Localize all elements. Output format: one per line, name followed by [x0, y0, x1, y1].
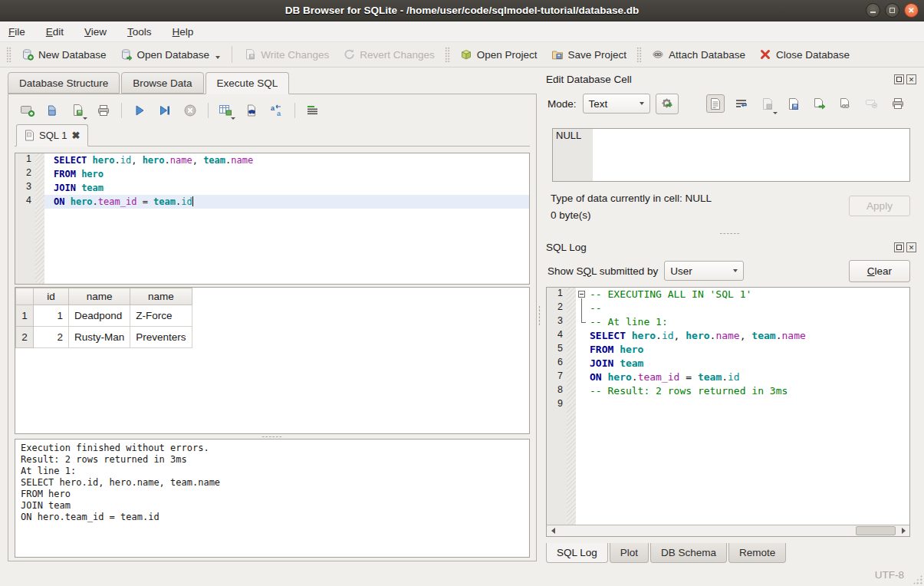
revert-changes-button[interactable]: Revert Changes	[336, 46, 442, 63]
sql-log-filter-row: Show SQL submitted by User Clear	[547, 258, 910, 283]
print-cell-button[interactable]	[889, 94, 907, 113]
menu-tools[interactable]: Tools	[127, 26, 152, 38]
toolbar-separator	[232, 46, 232, 63]
table-row[interactable]: 22Rusty-ManPreventers	[16, 327, 192, 348]
table-row[interactable]: 11DeadpondZ-Force	[16, 305, 192, 327]
toolbar-drag-handle[interactable]	[445, 47, 450, 62]
close-database-button[interactable]: Close Database	[752, 46, 857, 63]
format-sql-button[interactable]: aa	[268, 103, 285, 118]
menu-help[interactable]: Help	[173, 26, 194, 38]
tab-database-structure[interactable]: Database Structure	[8, 72, 120, 94]
log-horizontal-scrollbar[interactable]	[547, 525, 909, 536]
tab-sql-log[interactable]: SQL Log	[546, 543, 608, 563]
table-cell[interactable]: Deadpond	[69, 305, 130, 327]
results-message-splitter[interactable]	[15, 434, 530, 439]
fold-cell	[576, 370, 588, 384]
column-header[interactable]: name	[130, 288, 192, 305]
row-header[interactable]: 1	[16, 305, 34, 327]
text-view-button[interactable]	[706, 94, 725, 113]
column-header[interactable]: name	[69, 288, 130, 305]
menu-edit[interactable]: Edit	[46, 26, 64, 38]
fold-marker[interactable]	[576, 288, 588, 301]
print-button[interactable]	[95, 103, 112, 118]
open-sql-file-button[interactable]	[44, 103, 61, 118]
save-sql-file-button[interactable]	[70, 103, 87, 118]
cell-value-editor[interactable]: NULL	[552, 128, 910, 182]
maximize-button[interactable]	[885, 3, 899, 18]
tab-remote[interactable]: Remote	[728, 543, 786, 563]
table-cell[interactable]: Rusty-Man	[69, 327, 130, 348]
import-data-button[interactable]	[758, 94, 777, 113]
resize-grip[interactable]	[912, 574, 922, 584]
close-panel-button[interactable]: ✕	[906, 74, 916, 84]
export-results-button[interactable]	[218, 103, 235, 118]
sql-editor-toolbar: aa	[15, 97, 530, 123]
table-cell[interactable]: 1	[34, 305, 69, 327]
open-database-button[interactable]: Open Database	[113, 46, 228, 63]
auto-apply-button[interactable]	[656, 94, 679, 114]
chevron-down-icon	[640, 102, 644, 105]
export-menu-caret	[231, 117, 235, 120]
open-project-button[interactable]: Open Project	[453, 46, 544, 63]
svg-text:a: a	[277, 110, 281, 117]
float-panel-button[interactable]	[894, 74, 904, 84]
mode-select[interactable]: Text	[583, 94, 650, 114]
tab-browse-data[interactable]: Browse Data	[121, 72, 203, 94]
dock-splitter[interactable]	[541, 231, 918, 235]
tab-plot[interactable]: Plot	[610, 543, 649, 563]
close-database-icon	[759, 48, 771, 61]
sql-log-dock-header: SQL Log ✕	[546, 239, 916, 255]
table-cell[interactable]: Z-Force	[130, 305, 192, 327]
fold-cell	[576, 398, 588, 412]
menu-file[interactable]: File	[8, 26, 25, 38]
code-line: 9	[547, 398, 909, 412]
new-database-button[interactable]: New Database	[15, 46, 113, 63]
results-table[interactable]: idnamename11DeadpondZ-Force22Rusty-ManPr…	[15, 288, 192, 348]
clear-log-button[interactable]: Clear	[849, 260, 910, 282]
toggle-results-button[interactable]	[304, 103, 321, 118]
scroll-left-icon[interactable]	[547, 525, 559, 536]
close-panel-button[interactable]: ✕	[906, 242, 916, 252]
main-area: Database Structure Browse Data Execute S…	[0, 67, 924, 564]
submitted-by-select[interactable]: User	[664, 261, 744, 281]
code-line: 4ON hero.team_id = team.id	[15, 195, 529, 209]
row-header[interactable]: 2	[16, 327, 34, 348]
save-project-icon	[551, 48, 564, 61]
toolbar-drag-handle[interactable]	[636, 47, 642, 62]
sql-log-view[interactable]: 1-- EXECUTING ALL IN 'SQL 1'2--3-- At li…	[546, 287, 910, 537]
new-sql-tab-button[interactable]	[19, 103, 36, 118]
tab-execute-sql[interactable]: Execute SQL	[206, 72, 290, 94]
table-cell[interactable]: 2	[34, 327, 69, 348]
panel-splitter[interactable]	[537, 67, 541, 564]
scrollbar-thumb[interactable]	[856, 526, 896, 535]
tab-db-schema[interactable]: DB Schema	[650, 543, 727, 563]
float-panel-button[interactable]	[894, 242, 904, 252]
toolbar-drag-handle[interactable]	[6, 47, 12, 62]
attach-database-button[interactable]: Attach Database	[645, 46, 752, 63]
sql-1-tab[interactable]: SQL 1 ✖	[16, 124, 88, 146]
window-controls: ✕	[866, 3, 919, 18]
column-header[interactable]: id	[34, 288, 69, 305]
link-data-button[interactable]	[837, 94, 855, 113]
execute-all-button[interactable]	[131, 103, 148, 118]
sql-editor[interactable]: 1SELECT hero.id, hero.name, team.name2FR…	[15, 153, 530, 285]
stop-execution-button[interactable]	[182, 103, 199, 118]
scroll-right-icon[interactable]	[897, 525, 909, 536]
execute-current-line-button[interactable]	[156, 103, 173, 118]
fold-cell	[576, 329, 588, 343]
close-button[interactable]: ✕	[904, 3, 919, 18]
find-replace-button[interactable]	[243, 103, 260, 118]
save-project-button[interactable]: Save Project	[544, 46, 634, 63]
write-changes-button[interactable]: Write Changes	[237, 46, 336, 63]
table-cell[interactable]: Preventers	[130, 327, 192, 348]
save-sql-file-icon	[71, 104, 85, 117]
minimize-button[interactable]	[866, 3, 880, 18]
save-data-button[interactable]	[784, 94, 803, 113]
word-wrap-button[interactable]	[732, 94, 751, 113]
close-sql-tab-icon[interactable]: ✖	[71, 130, 80, 140]
apply-button[interactable]: Apply	[849, 196, 910, 216]
export-data-button[interactable]	[811, 94, 829, 113]
menu-view[interactable]: View	[84, 26, 107, 38]
main-tab-bar: Database Structure Browse Data Execute S…	[8, 71, 537, 94]
set-null-button[interactable]	[863, 94, 881, 113]
